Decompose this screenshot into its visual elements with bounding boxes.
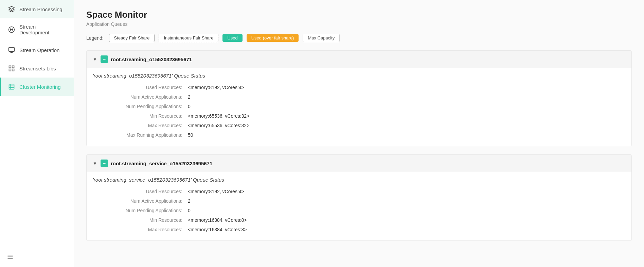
chevron-down-icon-0[interactable]: ▼ [93,57,97,62]
collapse-button-1[interactable]: − [101,160,108,167]
detail-row: Used Resources:<memory:8192, vCores:4> [93,83,625,92]
legend-instantaneous-badge: Instantaneous Fair Share [159,34,218,42]
queue-name-0: root.streaming_o15520323695671 [111,56,192,62]
queue-status-title-0: 'root.streaming_o15520323695671' Queue S… [87,68,631,80]
sidebar-bottom-menu[interactable] [0,248,74,267]
sidebar-item-label: Cluster Monitoring [19,84,61,90]
sidebar-item-streamsets-libs[interactable]: Streamsets Libs [0,59,74,78]
detail-label: Used Resources: [93,189,188,194]
sidebar-item-stream-processing[interactable]: Stream Processing [0,0,74,18]
detail-label: Min Resources: [93,217,188,223]
detail-row: Max Resources:<memory:16384, vCores:8> [93,225,625,234]
detail-label: Max Running Applications: [93,132,188,138]
code-icon [8,26,15,33]
svg-rect-12 [9,84,14,89]
queue-section-1: ▼−root.streaming_service_o15520323695671… [86,154,632,241]
detail-row: Min Resources:<memory:65536, vCores:32> [93,111,625,121]
queue-section-0: ▼−root.streaming_o15520323695671'root.st… [86,50,632,146]
queue-details-1: Used Resources:<memory:8192, vCores:4>Nu… [87,184,631,240]
svg-rect-11 [12,69,14,71]
detail-row: Num Active Applications:2 [93,196,625,206]
svg-rect-9 [12,66,14,68]
svg-rect-8 [9,66,11,68]
detail-value: <memory:8192, vCores:4> [188,189,244,194]
legend-max-badge: Max Capacity [303,34,340,42]
detail-row: Num Pending Applications:0 [93,102,625,111]
queue-header-0: ▼−root.streaming_o15520323695671 [87,51,631,68]
sidebar: Stream Processing Stream Development Str… [0,0,74,267]
queue-details-0: Used Resources:<memory:8192, vCores:4>Nu… [87,80,631,146]
detail-row: Used Resources:<memory:8192, vCores:4> [93,187,625,196]
detail-value: <memory:65536, vCores:32> [188,123,249,128]
detail-value: 0 [188,208,191,213]
detail-row: Num Pending Applications:0 [93,206,625,215]
legend-used-over-badge: Used (over fair share) [247,34,299,42]
detail-value: <memory:16384, vCores:8> [188,217,247,223]
legend-label: Legend: [86,35,104,41]
sidebar-item-label: Streamsets Libs [19,66,56,71]
detail-value: 2 [188,94,191,100]
detail-value: <memory:8192, vCores:4> [188,85,244,90]
sidebar-item-label: Stream Processing [19,6,62,12]
svg-rect-5 [9,48,15,52]
detail-label: Used Resources: [93,85,188,90]
sidebar-item-stream-operation[interactable]: Stream Operation [0,41,74,59]
queues-container: ▼−root.streaming_o15520323695671'root.st… [86,50,632,241]
svg-rect-10 [9,69,11,71]
sidebar-item-label: Stream Development [19,24,67,35]
detail-row: Max Resources:<memory:65536, vCores:32> [93,121,625,130]
sidebar-item-cluster-monitoring[interactable]: Cluster Monitoring [0,78,74,96]
chevron-down-icon-1[interactable]: ▼ [93,161,97,166]
detail-value: 0 [188,104,191,109]
svg-marker-0 [9,6,15,9]
detail-value: 2 [188,198,191,204]
collapse-button-0[interactable]: − [101,55,108,63]
page-subtitle: Application Queues [86,21,632,27]
sidebar-item-label: Stream Operation [19,47,59,53]
menu-icon [7,255,14,261]
chart-icon [8,83,15,90]
detail-label: Num Pending Applications: [93,208,188,213]
page-title: Space Monitor [86,10,632,20]
detail-value: <memory:65536, vCores:32> [188,113,249,119]
detail-label: Min Resources: [93,113,188,119]
detail-row: Min Resources:<memory:16384, vCores:8> [93,215,625,225]
legend-used-badge: Used [222,34,242,42]
queue-name-1: root.streaming_service_o15520323695671 [111,161,212,166]
queue-status-title-1: 'root.streaming_service_o15520323695671'… [87,172,631,184]
detail-label: Max Resources: [93,123,188,128]
layers-icon [8,5,15,13]
grid-icon [8,65,15,72]
detail-label: Max Resources: [93,227,188,232]
detail-row: Num Active Applications:2 [93,92,625,102]
legend-row: Legend: Steady Fair Share Instantaneous … [86,34,632,42]
detail-label: Num Pending Applications: [93,104,188,109]
detail-row: Max Running Applications:50 [93,130,625,140]
detail-label: Num Active Applications: [93,198,188,204]
detail-label: Num Active Applications: [93,94,188,100]
sidebar-item-stream-development[interactable]: Stream Development [0,18,74,41]
main-content: Space Monitor Application Queues Legend:… [74,0,644,267]
monitor-icon [8,46,15,54]
legend-steady-badge: Steady Fair Share [109,34,155,42]
queue-header-1: ▼−root.streaming_service_o15520323695671 [87,155,631,172]
detail-value: <memory:16384, vCores:8> [188,227,247,232]
detail-value: 50 [188,132,193,138]
